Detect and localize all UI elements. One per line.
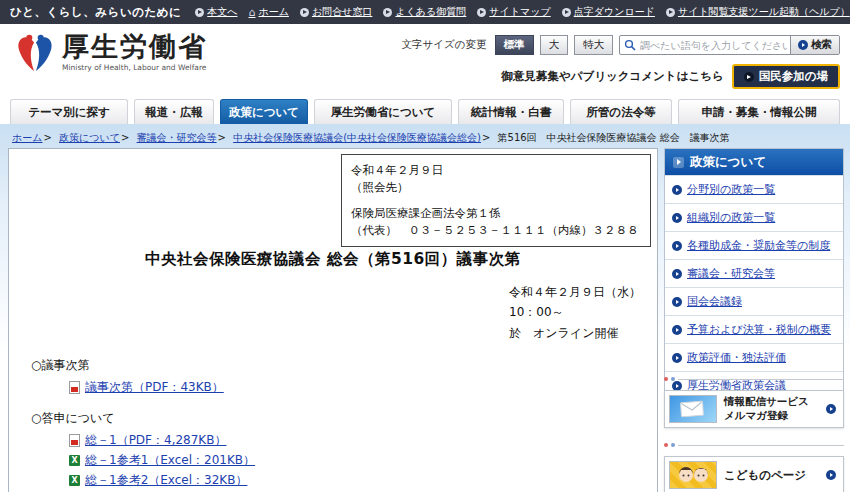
list-item: 議事次第（PDF：43KB） bbox=[69, 380, 631, 395]
event-time: 10：00～ bbox=[509, 302, 641, 322]
sidebar-item-councils[interactable]: 審議会・研究会等 bbox=[665, 259, 843, 287]
arrow-circle-icon bbox=[672, 325, 682, 335]
top-link-support-tool[interactable]: サイト閲覧支援ツール起動（ヘルプ） bbox=[666, 5, 850, 19]
contact-box: 令和４年２月９日 （照会先） 保険局医療課企画法令第１係 （代表） ０３－５２５… bbox=[341, 154, 651, 247]
sou1-ref1-excel-link[interactable]: 総－1参考1（Excel：201KB） bbox=[85, 452, 255, 469]
top-link-contact[interactable]: お問合せ窓口 bbox=[300, 5, 372, 19]
banner-divider bbox=[664, 442, 844, 448]
global-nav: テーマ別に探す 報道・広報 政策について 厚生労働省について 統計情報・白書 所… bbox=[0, 92, 850, 124]
public-comment-row: 御意見募集やパブリックコメントはこちら 国民参加の場 bbox=[501, 64, 840, 89]
top-links: 本文へ ⌂ホーム お問合せ窓口 よくある御質問 サイトマップ 点字ダウンロード … bbox=[195, 5, 850, 19]
tab-statistics[interactable]: 統計情報・白書 bbox=[458, 99, 564, 124]
sou1-ref2-excel-link[interactable]: 総－1参考2（Excel：32KB） bbox=[85, 472, 247, 489]
section-heading-agenda: ○議事次第 bbox=[31, 357, 631, 374]
page: ひと、くらし、みらいのために 本文へ ⌂ホーム お問合せ窓口 よくある御質問 サ… bbox=[0, 0, 850, 492]
arrow-circle-icon bbox=[672, 353, 682, 363]
arrow-circle-icon bbox=[672, 213, 682, 223]
sidebar: 政策について 分野別の政策一覧 組織別の政策一覧 各種助成金・奨励金等の制度 審… bbox=[664, 148, 844, 400]
header-controls: 文字サイズの変更 標準 大 特大 検索 bbox=[402, 35, 840, 55]
envelope-icon bbox=[669, 395, 717, 423]
event-info: 令和４年２月９日（水） 10：00～ 於 オンライン開催 bbox=[509, 282, 641, 343]
arrow-circle-icon bbox=[672, 185, 682, 195]
mhlw-logo[interactable]: 厚生労働省 Ministry of Health, Labour and Wel… bbox=[16, 32, 207, 74]
pdf-file-icon bbox=[69, 434, 80, 447]
feedback-text: 御意見募集やパブリックコメントはこちら bbox=[501, 69, 723, 84]
font-size-standard-button[interactable]: 標準 bbox=[495, 35, 534, 55]
breadcrumb: ホーム> 政策について> 審議会・研究会等> 中央社会保険医療協議会(中央社会保… bbox=[0, 124, 850, 145]
policy-menu: 政策について 分野別の政策一覧 組織別の政策一覧 各種助成金・奨励金等の制度 審… bbox=[664, 148, 844, 400]
logo-subtitle: Ministry of Health, Labour and Welfare bbox=[62, 63, 207, 72]
breadcrumb-chuikyo[interactable]: 中央社会保険医療協議会(中央社会保険医療協議会総会) bbox=[233, 132, 481, 143]
home-icon: ⌂ bbox=[248, 7, 255, 18]
arrow-circle-icon bbox=[744, 72, 754, 82]
arrow-circle-icon bbox=[562, 8, 571, 17]
top-link-sitemap[interactable]: サイトマップ bbox=[477, 5, 550, 19]
public-participation-button[interactable]: 国民参加の場 bbox=[732, 64, 840, 89]
tab-theme-search[interactable]: テーマ別に探す bbox=[10, 99, 128, 124]
sou1-pdf-link[interactable]: 総－1（PDF：4,287KB） bbox=[85, 432, 226, 449]
breadcrumb-policy[interactable]: 政策について bbox=[59, 132, 120, 143]
arrow-square-icon bbox=[673, 157, 684, 168]
banner-label: 情報配信サービス メルマガ登録 bbox=[724, 395, 826, 422]
sidebar-item-budget[interactable]: 予算および決算・税制の概要 bbox=[665, 315, 843, 343]
event-date: 令和４年２月９日（水） bbox=[509, 282, 641, 302]
tab-press[interactable]: 報道・広報 bbox=[134, 99, 214, 124]
document-lists: ○議事次第 議事次第（PDF：43KB） ○答申について 総－1（PDF：4,2… bbox=[31, 357, 631, 492]
excel-file-icon: X bbox=[69, 455, 80, 466]
contact-date: 令和４年２月９日 bbox=[351, 162, 641, 179]
contact-phone: （代表） ０３－５２５３－１１１１（内線）３２８８ bbox=[351, 222, 641, 239]
sidebar-item-subsidies[interactable]: 各種助成金・奨励金等の制度 bbox=[665, 231, 843, 259]
breadcrumb-current: 第516回 中央社会保険医療協議会 総会 議事次第 bbox=[498, 132, 730, 143]
sidebar-item-diet-records[interactable]: 国会会議録 bbox=[665, 287, 843, 315]
mail-magazine-banner[interactable]: 情報配信サービス メルマガ登録 bbox=[664, 390, 844, 428]
excel-file-icon: X bbox=[69, 475, 80, 486]
arrow-circle-icon bbox=[666, 8, 675, 17]
tab-about-mhlw[interactable]: 厚生労働省について bbox=[314, 99, 452, 124]
children-icon bbox=[669, 461, 717, 489]
pdf-file-icon bbox=[69, 381, 80, 394]
font-size-xlarge-button[interactable]: 特大 bbox=[574, 35, 613, 55]
arrow-circle-icon bbox=[672, 297, 682, 307]
top-link-main-content[interactable]: 本文へ bbox=[195, 5, 237, 19]
tab-laws[interactable]: 所管の法令等 bbox=[570, 99, 672, 124]
arrow-circle-icon bbox=[195, 8, 204, 17]
agenda-pdf-link[interactable]: 議事次第（PDF：43KB） bbox=[85, 379, 224, 396]
banner-label: こどものページ bbox=[724, 468, 826, 483]
sidebar-item-policy-by-field[interactable]: 分野別の政策一覧 bbox=[665, 175, 843, 203]
main-document: 令和４年２月９日 （照会先） 保険局医療課企画法令第１係 （代表） ０３－５２５… bbox=[8, 148, 658, 492]
tab-policy[interactable]: 政策について bbox=[220, 99, 308, 124]
section-heading-report: ○答申について bbox=[31, 410, 631, 427]
arrow-circle-icon bbox=[672, 241, 682, 251]
sidebar-banners: 情報配信サービス メルマガ登録 こどものページ bbox=[664, 376, 844, 492]
list-item: 総－1（PDF：4,287KB） bbox=[69, 433, 631, 448]
content-area: ホーム> 政策について> 審議会・研究会等> 中央社会保険医療協議会(中央社会保… bbox=[0, 124, 850, 492]
event-place: 於 オンライン開催 bbox=[509, 323, 641, 343]
mhlw-heart-logo-icon bbox=[16, 32, 54, 74]
top-link-faq[interactable]: よくある御質問 bbox=[383, 5, 466, 19]
list-item: X 総－1参考2（Excel：32KB） bbox=[69, 473, 631, 488]
page-title: 中央社会保険医療協議会 総会（第516回）議事次第 bbox=[9, 249, 657, 270]
arrow-circle-icon bbox=[798, 40, 808, 50]
site-header: 厚生労働省 Ministry of Health, Labour and Wel… bbox=[0, 24, 850, 92]
tab-applications[interactable]: 申請・募集・情報公開 bbox=[678, 99, 840, 124]
policy-menu-header[interactable]: 政策について bbox=[665, 149, 843, 175]
arrow-circle-icon bbox=[672, 269, 682, 279]
font-size-label: 文字サイズの変更 bbox=[402, 38, 487, 52]
search-button[interactable]: 検索 bbox=[790, 36, 839, 54]
arrow-circle-icon bbox=[826, 470, 836, 480]
breadcrumb-councils[interactable]: 審議会・研究会等 bbox=[137, 132, 217, 143]
arrow-circle-icon bbox=[300, 8, 309, 17]
top-utility-bar: ひと、くらし、みらいのために 本文へ ⌂ホーム お問合せ窓口 よくある御質問 サ… bbox=[0, 0, 850, 24]
sidebar-item-policy-evaluation[interactable]: 政策評価・独法評価 bbox=[665, 343, 843, 371]
site-tagline: ひと、くらし、みらいのために bbox=[10, 5, 181, 20]
top-link-braille[interactable]: 点字ダウンロード bbox=[562, 5, 655, 19]
contact-department: 保険局医療課企画法令第１係 bbox=[351, 205, 641, 222]
top-link-home[interactable]: ⌂ホーム bbox=[248, 5, 288, 19]
font-size-large-button[interactable]: 大 bbox=[540, 35, 569, 55]
arrow-circle-icon bbox=[826, 404, 836, 414]
list-item: X 総－1参考1（Excel：201KB） bbox=[69, 453, 631, 468]
kids-page-banner[interactable]: こどものページ bbox=[664, 456, 844, 492]
search-input[interactable] bbox=[638, 40, 790, 51]
breadcrumb-home[interactable]: ホーム bbox=[12, 132, 42, 143]
sidebar-item-policy-by-org[interactable]: 組織別の政策一覧 bbox=[665, 203, 843, 231]
